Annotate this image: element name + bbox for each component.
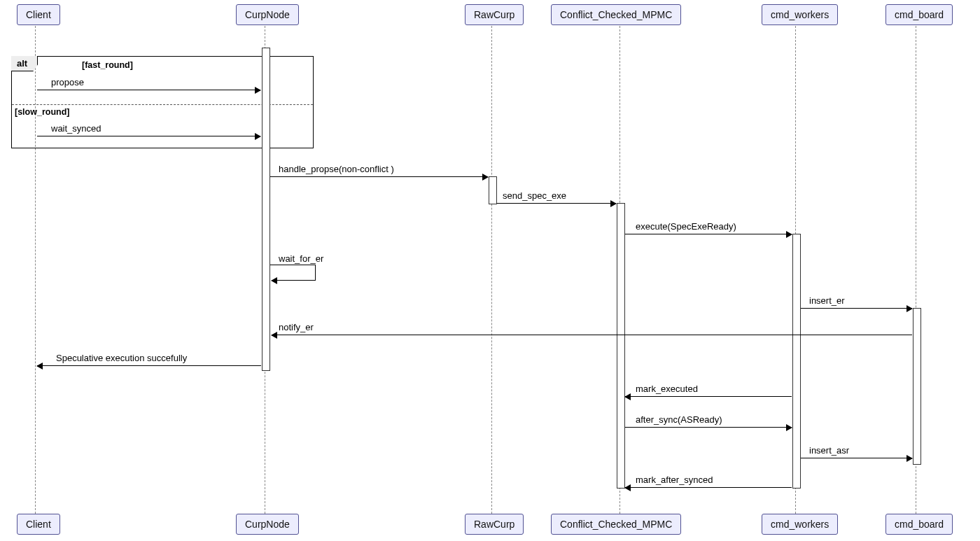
msg-after-sync: after_sync(ASReady) [636, 414, 722, 425]
participant-workers-bottom: cmd_workers [762, 514, 838, 535]
activation-board [913, 308, 921, 465]
arrow-notify-er [272, 335, 912, 335]
participant-mpmc-top: Conflict_Checked_MPMC [551, 4, 681, 25]
alt-guard-fast: [fast_round] [82, 60, 133, 70]
msg-spec-success: Speculative execution succefully [56, 353, 187, 363]
arrow-wait-for-er [272, 280, 315, 281]
arrow-propose [37, 90, 260, 90]
activation-curpnode [262, 48, 270, 371]
msg-propose: propose [51, 77, 84, 87]
alt-guard-slow: [slow_round] [15, 107, 69, 117]
msg-wait-for-er: wait_for_er [279, 253, 323, 264]
msg-wait-synced: wait_synced [51, 123, 102, 134]
msg-handle-propose: handle_propse(non-conflict ) [279, 164, 394, 174]
participant-curpnode-top: CurpNode [236, 4, 299, 25]
msg-insert-er: insert_er [809, 295, 845, 306]
participant-client-top: Client [17, 4, 60, 25]
activation-rawcurp [489, 176, 497, 204]
arrow-execute [625, 234, 792, 234]
participant-board-top: cmd_board [886, 4, 953, 25]
arrow-mark-executed [625, 396, 792, 397]
msg-execute: execute(SpecExeReady) [636, 221, 736, 232]
msg-mark-executed: mark_executed [636, 384, 698, 394]
participant-board-bottom: cmd_board [886, 514, 953, 535]
msg-mark-after-synced: mark_after_synced [636, 475, 713, 485]
msg-insert-asr: insert_asr [809, 445, 849, 456]
arrow-spec-success [37, 365, 261, 366]
participant-client-bottom: Client [17, 514, 60, 535]
activation-mpmc [617, 203, 625, 489]
participant-workers-top: cmd_workers [762, 4, 838, 25]
participant-rawcurp-top: RawCurp [465, 4, 524, 25]
msg-send-spec-exe: send_spec_exe [503, 190, 566, 201]
arrow-wait-synced [37, 136, 260, 136]
participant-mpmc-bottom: Conflict_Checked_MPMC [551, 514, 681, 535]
arrow-after-sync [625, 427, 792, 428]
msg-notify-er: notify_er [279, 322, 314, 332]
participant-rawcurp-bottom: RawCurp [465, 514, 524, 535]
arrow-mark-after-synced [625, 487, 792, 488]
alt-keyword: alt [11, 56, 38, 71]
arrow-insert-er [801, 308, 912, 309]
participant-curpnode-bottom: CurpNode [236, 514, 299, 535]
arrow-handle-propose [270, 176, 488, 177]
activation-workers [792, 234, 801, 489]
arrow-send-spec-exe [497, 203, 616, 204]
arrow-insert-asr [801, 458, 912, 458]
lifeline-rawcurp [491, 26, 492, 514]
